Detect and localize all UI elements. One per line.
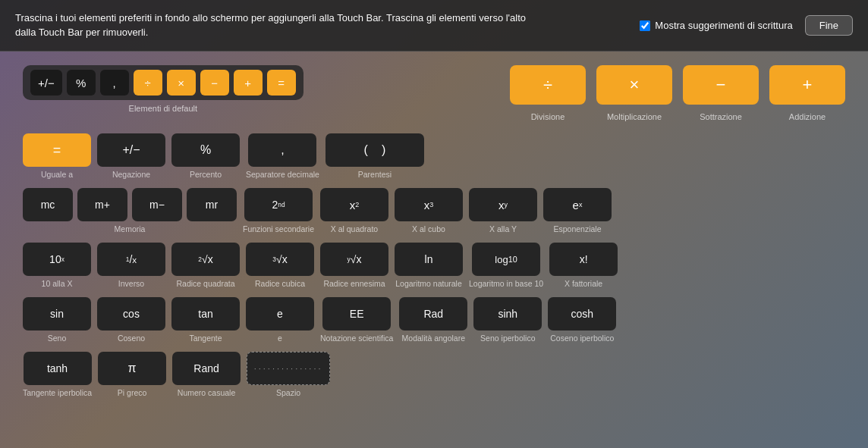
ex-btn[interactable]: ex (543, 188, 612, 221)
suggestions-label: Mostra suggerimenti di scrittura (655, 20, 792, 31)
item-rad: Rad Modalità angolare (399, 297, 467, 343)
sqrt3-label: Radice cubica (255, 279, 305, 288)
paren-close: ) (382, 143, 385, 157)
suggestions-checkbox[interactable] (640, 20, 650, 31)
calc-row-2: mc m+ m− mr Memoria 2nd Funzioni seconda… (23, 188, 845, 233)
op-divisione: ÷ Divisione (510, 65, 586, 121)
percento-label: Percento (190, 170, 222, 179)
sottrazione-label: Sottrazione (700, 112, 742, 121)
uguale-btn[interactable]: = (23, 133, 91, 167)
item-inv: 1/x Inverso (97, 243, 165, 288)
separatore-label: Separatore decimale (246, 170, 319, 179)
suggestions-checkbox-label[interactable]: Mostra suggerimenti di scrittura (640, 20, 792, 31)
10x-btn[interactable]: 10x (23, 243, 91, 276)
item-log10: log10 Logaritmo in base 10 (469, 243, 543, 288)
top-section: +/− % , ÷ × − + = Elementi di default ÷ … (23, 65, 845, 121)
mr-btn[interactable]: mr (187, 188, 237, 221)
item-sqrt3: 3√x Radice cubica (246, 243, 314, 288)
dbar-divide-btn[interactable]: ÷ (134, 70, 162, 96)
parentesi-label: Parentesi (358, 170, 392, 179)
dbar-equals-btn[interactable]: = (267, 70, 296, 96)
item-xfact: x! X fattoriale (549, 243, 618, 288)
main-content: +/− % , ÷ × − + = Elementi di default ÷ … (0, 52, 868, 414)
dbar-percent-btn[interactable]: % (67, 70, 96, 96)
log10-label: Logaritmo in base 10 (469, 279, 543, 288)
item-tanh: tanh Tangente iperbolica (23, 352, 92, 397)
paren-open: ( (364, 143, 368, 157)
item-sinh: sinh Seno iperbolico (473, 297, 542, 343)
mplus-btn[interactable]: m+ (77, 188, 127, 221)
calc-row-5: tanh Tangente iperbolica π Pi greco Rand… (23, 352, 845, 397)
parentesi-btn[interactable]: () (326, 133, 424, 167)
uguale-label: Uguale a (41, 170, 73, 179)
ln-label: Logaritmo naturale (395, 279, 462, 288)
divisione-btn[interactable]: ÷ (510, 65, 586, 105)
done-button[interactable]: Fine (805, 15, 853, 36)
percento-btn[interactable]: % (171, 133, 240, 167)
x3-btn[interactable]: x3 (395, 188, 463, 221)
rad-label: Modalità angolare (402, 334, 465, 343)
item-2nd: 2nd Funzioni secondarie (243, 188, 314, 233)
op-moltiplicazione: × Moltiplicazione (596, 65, 672, 121)
sqrtn-label: Radice ennesima (323, 279, 385, 288)
sqrtn-btn[interactable]: y√x (320, 243, 388, 276)
sottrazione-btn[interactable]: − (683, 65, 759, 105)
tanh-btn[interactable]: tanh (24, 352, 92, 385)
xfact-btn[interactable]: x! (549, 243, 618, 276)
rand-btn[interactable]: Rand (172, 352, 241, 385)
cosh-label: Coseno iperbolico (550, 334, 614, 343)
item-space: ··············· Spazio (247, 352, 330, 397)
item-x2: x2 X al quadrato (320, 188, 388, 233)
inv-btn[interactable]: 1/x (97, 243, 165, 276)
default-bar: +/− % , ÷ × − + = (23, 65, 303, 100)
item-x3: x3 X al cubo (395, 188, 463, 233)
rand-label: Numero casuale (178, 388, 235, 397)
xy-label: X alla Y (489, 224, 517, 233)
item-tan: tan Tangente (171, 297, 240, 343)
top-bar-right: Mostra suggerimenti di scrittura Fine (640, 15, 853, 36)
instruction-text: Trascina i tuoi elementi preferiti in fo… (15, 11, 546, 39)
sin-label: Seno (48, 334, 67, 343)
mc-btn[interactable]: mc (23, 188, 73, 221)
item-parentesi: () Parentesi (326, 133, 424, 179)
dbar-multiply-btn[interactable]: × (167, 70, 196, 96)
moltiplicazione-label: Moltiplicazione (607, 112, 662, 121)
item-10x: 10x 10 alla X (23, 243, 91, 288)
xy-btn[interactable]: xy (469, 188, 537, 221)
tanh-label: Tangente iperbolica (23, 388, 92, 397)
separatore-btn[interactable]: , (248, 133, 316, 167)
item-uguale: = Uguale a (23, 133, 91, 179)
space-btn[interactable]: ··············· (247, 352, 330, 385)
dbar-comma-btn[interactable]: , (100, 70, 129, 96)
sqrt2-label: Radice quadrata (176, 279, 234, 288)
log10-btn[interactable]: log10 (472, 243, 540, 276)
cos-btn[interactable]: cos (97, 297, 165, 331)
cos-label: Coseno (118, 334, 145, 343)
moltiplicazione-btn[interactable]: × (596, 65, 672, 105)
ex-label: Esponenziale (553, 224, 601, 233)
dbar-plus-btn[interactable]: + (234, 70, 263, 96)
dbar-negate-btn[interactable]: +/− (30, 70, 62, 96)
negazione-btn[interactable]: +/− (97, 133, 165, 167)
ln-btn[interactable]: ln (395, 243, 463, 276)
sqrt3-btn[interactable]: 3√x (246, 243, 314, 276)
calc-row-3: 10x 10 alla X 1/x Inverso 2√x Radice qua… (23, 243, 845, 288)
x2-btn[interactable]: x2 (320, 188, 388, 221)
mminus-btn[interactable]: m− (132, 188, 182, 221)
dbar-minus-btn[interactable]: − (200, 70, 229, 96)
cosh-btn[interactable]: cosh (548, 297, 616, 331)
pi-label: Pi greco (118, 388, 147, 397)
addizione-btn[interactable]: + (769, 65, 845, 105)
ee-btn[interactable]: EE (322, 297, 391, 331)
pi-btn[interactable]: π (98, 352, 166, 385)
calc-row-1: = Uguale a +/− Negazione % Percento , Se… (23, 133, 845, 179)
sinh-btn[interactable]: sinh (473, 297, 542, 331)
2nd-btn[interactable]: 2nd (244, 188, 313, 221)
sqrt2-btn[interactable]: 2√x (171, 243, 240, 276)
rad-btn[interactable]: Rad (399, 297, 467, 331)
sin-btn[interactable]: sin (23, 297, 91, 331)
e-btn[interactable]: e (246, 297, 314, 331)
item-sin: sin Seno (23, 297, 91, 343)
tan-btn[interactable]: tan (171, 297, 240, 331)
funzioni-sec-label: Funzioni secondarie (243, 224, 314, 233)
